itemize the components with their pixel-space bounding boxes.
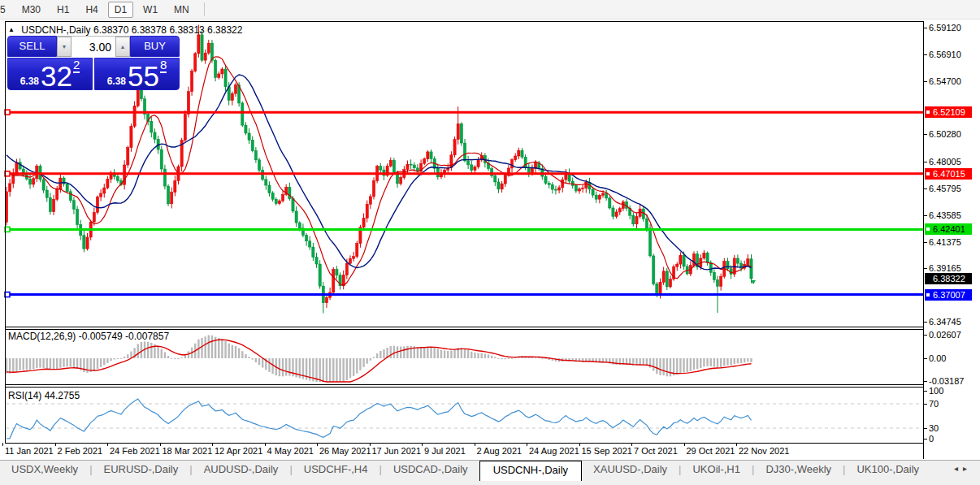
price-level-chip: 6.37007 [925,289,972,301]
date-tick-label: 11 Jan 2021 [5,446,54,456]
tab-usdx[interactable]: USDX,Weekly [0,461,89,479]
date-tick-label: 7 Oct 2021 [634,446,678,456]
rsi-tick-label: 100 [929,386,943,396]
date-tick [2,443,3,446]
price-tick-label: 6.59120 [929,23,961,33]
rsi-tick-label: 70 [929,399,939,409]
tab-eurusd[interactable]: EURUSD-,Daily [93,461,190,479]
macd-tick-label: 0.00 [929,353,946,364]
panel-border [5,384,923,385]
chart-tabs-bar: USDX,Weekly|EURUSD-,Daily|AUDUSD-,Daily|… [0,460,980,485]
buy-price-pips: 55 [128,65,159,88]
price-level-chip: 6.38322 [925,273,972,284]
date-tick-label: 29 Oct 2021 [687,446,735,456]
date-tick-label: 4 May 2021 [267,446,314,456]
date-tick-label: 22 Nov 2021 [739,446,789,456]
panel-border [5,327,923,327]
date-tick-label: 15 Sep 2021 [582,446,632,456]
date-tick-label: 2 Feb 2021 [58,446,103,456]
rsi-tick-label: 30 [929,423,939,434]
volume-spinner: ▼ ▲ [57,36,130,57]
volume-decrease-button[interactable]: ▼ [57,37,72,57]
rsi-tick-label: 0 [929,434,934,444]
panel-border [923,21,924,459]
date-tick-label: 17 Jun 2021 [372,446,422,456]
rsi-indicator-label: RSI(14) 44.2755 [8,390,80,401]
chevron-down-icon: ▼ [62,44,67,50]
price-tick-label: 6.45795 [929,184,961,194]
collapse-triangle-icon[interactable]: ▲ [8,26,15,33]
price-tick-label: 6.43585 [929,210,961,221]
chart-symbol-label: USDCNH-,Daily [21,24,90,36]
price-tick-label: 6.41375 [929,237,961,248]
panel-border [5,329,923,330]
sell-price-pips: 32 [41,65,72,88]
date-tick-label: 9 Jul 2021 [424,446,466,456]
chart-title: ▲ USDCNH-,Daily 6.38370 6.38378 6.38313 … [8,24,242,36]
price-tick-label: 6.48005 [929,157,961,167]
trading-platform-window: 5M30H1H4D1W1MN ▲ USDCNH-,Daily 6.38370 6… [0,0,980,485]
price-level-chip: 6.42401 [925,223,972,235]
buy-price-fraction: 8 [160,58,167,73]
price-tick-label: 6.50280 [929,129,961,140]
tab-dj30[interactable]: DJ30-,Weekly [754,461,843,479]
tabs-scroll-right-icon[interactable]: ▸ [963,464,972,473]
buy-price-prefix: 6.38 [107,76,126,86]
price-tick-label: 6.56910 [929,50,961,60]
panel-border [5,443,923,444]
tab-usdcnh[interactable]: USDCNH-,Daily [479,461,582,481]
sell-button[interactable]: SELL [7,36,57,57]
date-tick-label: 24 Aug 2021 [529,446,579,456]
price-level-chip: 6.47015 [925,168,972,180]
tab-usdcad[interactable]: USDCAD-,Daily [382,461,479,479]
buy-button[interactable]: BUY [130,36,180,57]
macd-tick-label: 0.02607 [929,330,961,340]
price-tick-label: 6.54700 [929,76,961,87]
sell-price-fraction: 2 [73,58,80,73]
overlay-lines-layer [5,110,923,297]
panel-border [5,21,6,444]
buy-price-display[interactable]: 6.38 55 8 [94,58,180,90]
chevron-up-icon: ▲ [120,44,126,50]
tab-uk100[interactable]: UK100-,Daily [845,461,930,479]
sell-price-prefix: 6.38 [20,76,39,86]
tab-ukoil[interactable]: UKOil-,H1 [681,461,752,479]
date-tick-label: 24 Feb 2021 [110,446,160,456]
date-tick-label: 26 May 2021 [319,446,371,456]
price-tick-label: 6.34745 [929,317,961,327]
price-level-chip: 6.52109 [925,106,972,118]
tabs-scroll-arrows[interactable]: ◂▸ [954,461,980,473]
one-click-trading-panel: SELL ▼ ▲ BUY 6.38 32 2 6.38 55 8 [7,36,180,90]
sell-price-display[interactable]: 6.38 32 2 [7,58,93,90]
macd-indicator-label: MACD(12,26,9) -0.005749 -0.007857 [8,331,169,342]
date-tick-label: 12 Apr 2021 [215,446,262,456]
tab-usdchf[interactable]: USDCHF-,H4 [293,461,379,479]
tabs-scroll-left-icon[interactable]: ◂ [954,464,963,473]
panel-border [5,387,923,388]
date-tick-label: 18 Mar 2021 [163,446,213,456]
date-tick-label: 2 Aug 2021 [477,446,523,456]
chart-ohlc-values: 6.38370 6.38378 6.38313 6.38322 [93,24,243,36]
panel-border [5,21,923,22]
volume-increase-button[interactable]: ▲ [115,37,130,57]
tab-xauusd[interactable]: XAUUSD-,Daily [582,461,679,479]
volume-input[interactable] [72,37,115,57]
tab-audusd[interactable]: AUDUSD-,Daily [193,461,290,479]
